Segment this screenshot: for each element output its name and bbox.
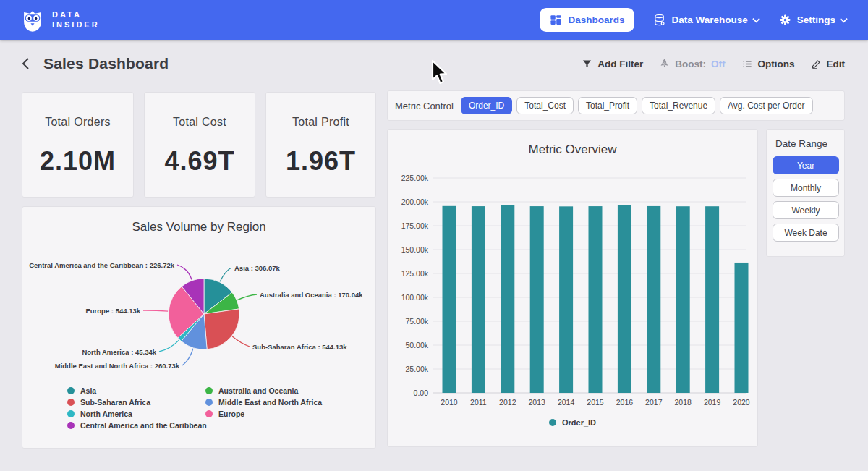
pie-leader-line (237, 294, 257, 300)
metric-chips: Order_IDTotal_CostTotal_ProfitTotal_Reve… (461, 97, 813, 114)
pie-legend-item[interactable]: Australia and Oceania (205, 386, 322, 395)
filter-funnel-icon (582, 59, 592, 69)
bar[interactable] (647, 206, 660, 393)
legend-label: Asia (80, 386, 96, 395)
date-range-panel: Date Range YearMonthlyWeeklyWeek Date (766, 129, 845, 257)
bar[interactable] (705, 206, 719, 393)
legend-label: Sub-Saharan Africa (80, 398, 150, 407)
x-tick-label: 2015 (587, 398, 604, 407)
brand: DATA INSIDER (20, 8, 100, 33)
nav-actions: Dashboards Data Warehouse (540, 8, 848, 32)
bar-chart-card: Metric Overview 0.0025.00k50.00k75.00k10… (387, 129, 758, 447)
pie-slice[interactable] (204, 309, 239, 349)
x-tick-label: 2011 (470, 398, 487, 407)
legend-dot (205, 387, 213, 394)
pie-legend-item[interactable]: Europe (205, 410, 322, 418)
pie-leader-line (159, 340, 179, 352)
legend-dot (67, 387, 75, 394)
kpi-card-total-profit: Total Profit 1.96T (265, 92, 376, 198)
pie-leader-line (220, 268, 231, 281)
pie-legend-col-1: AsiaSub-Saharan AfricaNorth AmericaCentr… (67, 386, 207, 430)
date-range-button[interactable]: Monthly (773, 179, 839, 197)
kpi-card-total-cost: Total Cost 4.69T (144, 92, 255, 198)
page-header: Sales Dashboard Add Filter Boost: Off (0, 40, 868, 88)
list-options-icon (741, 59, 753, 69)
boost-label: Boost: (675, 59, 706, 69)
bar[interactable] (676, 206, 690, 393)
bar[interactable] (472, 206, 485, 393)
legend-label: Central America and the Caribbean (80, 421, 207, 430)
data-warehouse-menu[interactable]: Data Warehouse (653, 14, 760, 26)
x-tick-label: 2020 (733, 398, 750, 407)
metric-control-label: Metric Control (395, 101, 454, 111)
brand-line1: DATA (52, 10, 100, 20)
kpi-value: 2.10M (40, 146, 116, 177)
bar-chart-legend: Order_ID (388, 418, 757, 427)
metric-chip[interactable]: Total_Revenue (642, 97, 715, 114)
pie-leader-line (232, 336, 250, 347)
date-range-button[interactable]: Week Date (773, 224, 839, 242)
date-range-button[interactable]: Year (773, 156, 839, 174)
legend-dot (205, 410, 213, 417)
settings-menu[interactable]: Settings (779, 14, 848, 26)
y-tick-label: 175.00k (401, 221, 429, 230)
kpi-label: Total Cost (173, 116, 226, 129)
bar[interactable] (530, 206, 544, 393)
chevron-left-icon (20, 57, 32, 70)
date-range-buttons: YearMonthlyWeeklyWeek Date (773, 156, 838, 242)
top-navbar: DATA INSIDER Dashboards (0, 0, 868, 40)
bar-chart[interactable]: 0.0025.00k50.00k75.00k100.00k125.00k150.… (388, 130, 759, 448)
metric-chip[interactable]: Order_ID (461, 97, 512, 114)
pie-legend-col-2: Australia and OceaniaMiddle East and Nor… (205, 386, 322, 418)
back-button[interactable] (19, 56, 33, 72)
pie-legend-item[interactable]: Middle East and North Africa (205, 398, 322, 407)
metric-control-bar: Metric Control Order_IDTotal_CostTotal_P… (387, 90, 845, 121)
y-tick-label: 150.00k (401, 245, 429, 254)
legend-dot (549, 419, 556, 426)
metric-chip[interactable]: Total_Cost (516, 97, 574, 114)
database-icon (653, 14, 665, 26)
y-tick-label: 25.00k (405, 365, 428, 373)
pie-legend-item[interactable]: Central America and the Caribbean (67, 421, 207, 430)
pie-slice-label: Asia : 306.07k (234, 264, 281, 272)
pie-slice-label: Europe : 544.13k (85, 307, 140, 315)
date-range-button[interactable]: Weekly (773, 201, 839, 219)
legend-label: North America (80, 410, 132, 418)
x-tick-label: 2016 (616, 398, 634, 407)
metric-chip[interactable]: Avg. Cost per Order (720, 97, 813, 114)
pie-legend-item[interactable]: Sub-Saharan Africa (67, 398, 207, 407)
pie-legend-item[interactable]: Asia (67, 386, 207, 395)
bar[interactable] (501, 205, 514, 393)
y-tick-label: 0.00 (414, 389, 429, 397)
x-tick-label: 2013 (529, 398, 546, 407)
bar[interactable] (589, 206, 603, 393)
owl-logo-icon (20, 8, 45, 33)
bar[interactable] (443, 206, 456, 393)
pie-legend-item[interactable]: North America (67, 410, 207, 418)
bar[interactable] (618, 205, 631, 393)
y-tick-label: 125.00k (401, 269, 429, 278)
chevron-down-icon (840, 17, 848, 23)
legend-label: Middle East and North Africa (218, 398, 322, 407)
legend-dot (67, 399, 75, 406)
legend-label: Europe (218, 410, 244, 418)
rocket-icon (659, 58, 670, 69)
y-tick-label: 100.00k (401, 293, 429, 302)
boost-state: Off (711, 59, 726, 69)
options-button[interactable]: Options (741, 59, 795, 69)
metric-chip[interactable]: Total_Profit (578, 97, 637, 114)
pie-chart-card: Sales Volume by Region Asia : 306.07kAus… (22, 206, 376, 449)
bar[interactable] (559, 206, 573, 393)
date-range-label: Date Range (775, 138, 838, 149)
x-tick-label: 2018 (675, 398, 692, 407)
kpi-card-total-orders: Total Orders 2.10M (22, 92, 134, 198)
bar[interactable] (735, 263, 749, 393)
add-filter-button[interactable]: Add Filter (582, 59, 643, 69)
legend-dot (205, 399, 213, 406)
edit-button[interactable]: Edit (811, 59, 846, 69)
y-tick-label: 50.00k (405, 341, 428, 349)
boost-toggle[interactable]: Boost: Off (659, 58, 725, 69)
dashboards-button[interactable]: Dashboards (540, 8, 634, 32)
legend-label: Order_ID (562, 418, 596, 427)
y-tick-label: 225.00k (401, 174, 429, 182)
